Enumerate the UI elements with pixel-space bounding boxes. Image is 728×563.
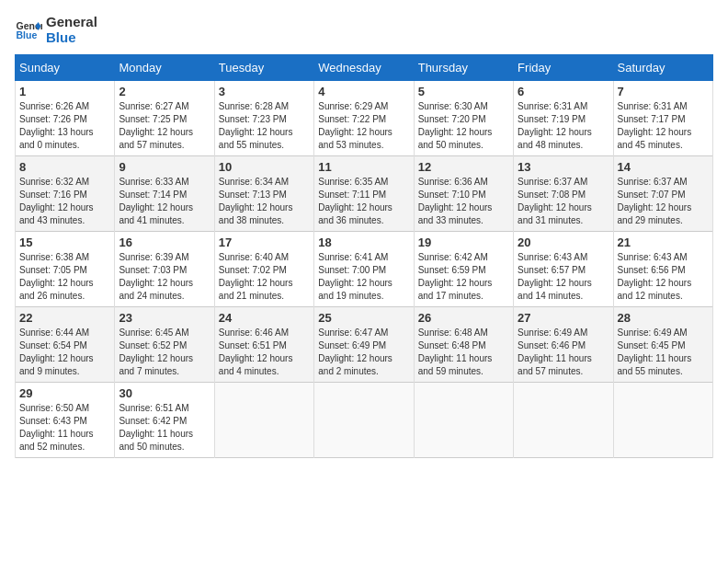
calendar-cell: 11Sunrise: 6:35 AMSunset: 7:11 PMDayligh… xyxy=(314,156,414,232)
day-detail: Sunrise: 6:30 AMSunset: 7:20 PMDaylight:… xyxy=(418,100,509,152)
calendar-cell: 4Sunrise: 6:29 AMSunset: 7:22 PMDaylight… xyxy=(314,81,414,156)
day-detail: Sunrise: 6:38 AMSunset: 7:05 PMDaylight:… xyxy=(19,251,110,303)
day-number: 23 xyxy=(119,311,210,325)
day-number: 12 xyxy=(418,160,509,174)
calendar-cell: 5Sunrise: 6:30 AMSunset: 7:20 PMDaylight… xyxy=(414,81,513,156)
col-header-wednesday: Wednesday xyxy=(314,55,414,81)
calendar-cell: 16Sunrise: 6:39 AMSunset: 7:03 PMDayligh… xyxy=(115,232,214,307)
calendar-cell: 1Sunrise: 6:26 AMSunset: 7:26 PMDaylight… xyxy=(16,81,115,156)
day-detail: Sunrise: 6:34 AMSunset: 7:13 PMDaylight:… xyxy=(219,176,310,227)
calendar-cell: 15Sunrise: 6:38 AMSunset: 7:05 PMDayligh… xyxy=(16,232,115,307)
day-number: 29 xyxy=(19,386,110,400)
day-number: 26 xyxy=(418,311,509,325)
calendar-cell: 25Sunrise: 6:47 AMSunset: 6:49 PMDayligh… xyxy=(314,307,414,383)
calendar-cell: 9Sunrise: 6:33 AMSunset: 7:14 PMDaylight… xyxy=(115,156,214,232)
day-number: 8 xyxy=(19,160,110,174)
calendar-cell: 27Sunrise: 6:49 AMSunset: 6:46 PMDayligh… xyxy=(514,307,613,383)
calendar-cell xyxy=(514,383,613,458)
day-detail: Sunrise: 6:31 AMSunset: 7:19 PMDaylight:… xyxy=(518,100,609,152)
day-number: 15 xyxy=(19,236,110,249)
col-header-sunday: Sunday xyxy=(16,55,115,81)
calendar-cell: 19Sunrise: 6:42 AMSunset: 6:59 PMDayligh… xyxy=(414,232,513,307)
calendar-cell: 30Sunrise: 6:51 AMSunset: 6:42 PMDayligh… xyxy=(115,383,214,458)
calendar-cell: 13Sunrise: 6:37 AMSunset: 7:08 PMDayligh… xyxy=(514,156,613,232)
calendar-cell: 28Sunrise: 6:49 AMSunset: 6:45 PMDayligh… xyxy=(613,307,712,383)
col-header-saturday: Saturday xyxy=(613,55,712,81)
day-number: 13 xyxy=(518,160,609,174)
svg-text:Blue: Blue xyxy=(17,29,38,40)
calendar-cell: 3Sunrise: 6:28 AMSunset: 7:23 PMDaylight… xyxy=(214,81,313,156)
day-detail: Sunrise: 6:27 AMSunset: 7:25 PMDaylight:… xyxy=(119,100,210,152)
calendar-cell xyxy=(613,383,712,458)
day-number: 20 xyxy=(518,236,609,249)
calendar-cell: 8Sunrise: 6:32 AMSunset: 7:16 PMDaylight… xyxy=(16,156,115,232)
day-detail: Sunrise: 6:41 AMSunset: 7:00 PMDaylight:… xyxy=(318,251,409,303)
col-header-tuesday: Tuesday xyxy=(214,55,313,81)
day-detail: Sunrise: 6:45 AMSunset: 6:52 PMDaylight:… xyxy=(119,327,210,378)
day-detail: Sunrise: 6:42 AMSunset: 6:59 PMDaylight:… xyxy=(418,251,509,303)
day-number: 14 xyxy=(618,160,709,174)
day-detail: Sunrise: 6:48 AMSunset: 6:48 PMDaylight:… xyxy=(418,327,509,378)
calendar-cell: 23Sunrise: 6:45 AMSunset: 6:52 PMDayligh… xyxy=(115,307,214,383)
day-detail: Sunrise: 6:47 AMSunset: 6:49 PMDaylight:… xyxy=(318,327,409,378)
calendar-cell: 10Sunrise: 6:34 AMSunset: 7:13 PMDayligh… xyxy=(214,156,313,232)
day-number: 10 xyxy=(219,160,310,174)
day-number: 18 xyxy=(318,236,409,249)
day-number: 3 xyxy=(219,85,310,98)
day-detail: Sunrise: 6:37 AMSunset: 7:08 PMDaylight:… xyxy=(518,176,609,227)
day-number: 7 xyxy=(618,85,709,98)
calendar-header-row: SundayMondayTuesdayWednesdayThursdayFrid… xyxy=(16,55,713,81)
day-detail: Sunrise: 6:51 AMSunset: 6:42 PMDaylight:… xyxy=(119,402,210,454)
day-number: 4 xyxy=(318,85,409,98)
day-detail: Sunrise: 6:50 AMSunset: 6:43 PMDaylight:… xyxy=(19,402,110,454)
day-detail: Sunrise: 6:32 AMSunset: 7:16 PMDaylight:… xyxy=(19,176,110,227)
calendar-cell: 7Sunrise: 6:31 AMSunset: 7:17 PMDaylight… xyxy=(613,81,712,156)
week-row-3: 15Sunrise: 6:38 AMSunset: 7:05 PMDayligh… xyxy=(16,232,713,307)
day-number: 27 xyxy=(518,311,609,325)
day-detail: Sunrise: 6:37 AMSunset: 7:07 PMDaylight:… xyxy=(618,176,709,227)
day-number: 30 xyxy=(119,386,210,400)
day-number: 1 xyxy=(19,85,110,98)
day-number: 9 xyxy=(119,160,210,174)
day-detail: Sunrise: 6:49 AMSunset: 6:46 PMDaylight:… xyxy=(518,327,609,378)
day-number: 28 xyxy=(618,311,709,325)
col-header-thursday: Thursday xyxy=(414,55,513,81)
day-detail: Sunrise: 6:28 AMSunset: 7:23 PMDaylight:… xyxy=(219,100,310,152)
day-number: 16 xyxy=(119,236,210,249)
calendar-cell: 20Sunrise: 6:43 AMSunset: 6:57 PMDayligh… xyxy=(514,232,613,307)
day-number: 11 xyxy=(318,160,409,174)
day-detail: Sunrise: 6:31 AMSunset: 7:17 PMDaylight:… xyxy=(618,100,709,152)
calendar-cell xyxy=(414,383,513,458)
calendar-cell: 24Sunrise: 6:46 AMSunset: 6:51 PMDayligh… xyxy=(214,307,313,383)
week-row-2: 8Sunrise: 6:32 AMSunset: 7:16 PMDaylight… xyxy=(16,156,713,232)
calendar-cell: 18Sunrise: 6:41 AMSunset: 7:00 PMDayligh… xyxy=(314,232,414,307)
day-detail: Sunrise: 6:26 AMSunset: 7:26 PMDaylight:… xyxy=(19,100,110,152)
day-detail: Sunrise: 6:39 AMSunset: 7:03 PMDaylight:… xyxy=(119,251,210,303)
calendar-cell xyxy=(214,383,313,458)
calendar-cell: 22Sunrise: 6:44 AMSunset: 6:54 PMDayligh… xyxy=(16,307,115,383)
day-detail: Sunrise: 6:36 AMSunset: 7:10 PMDaylight:… xyxy=(418,176,509,227)
col-header-friday: Friday xyxy=(514,55,613,81)
day-detail: Sunrise: 6:40 AMSunset: 7:02 PMDaylight:… xyxy=(219,251,310,303)
day-number: 17 xyxy=(219,236,310,249)
day-detail: Sunrise: 6:43 AMSunset: 6:57 PMDaylight:… xyxy=(518,251,609,303)
day-number: 19 xyxy=(418,236,509,249)
calendar-table: SundayMondayTuesdayWednesdayThursdayFrid… xyxy=(15,54,713,458)
calendar-cell: 2Sunrise: 6:27 AMSunset: 7:25 PMDaylight… xyxy=(115,81,214,156)
day-number: 2 xyxy=(119,85,210,98)
page-header: General Blue General Blue xyxy=(15,15,713,45)
day-number: 21 xyxy=(618,236,709,249)
calendar-cell: 21Sunrise: 6:43 AMSunset: 6:56 PMDayligh… xyxy=(613,232,712,307)
day-number: 22 xyxy=(19,311,110,325)
day-number: 25 xyxy=(318,311,409,325)
calendar-cell: 14Sunrise: 6:37 AMSunset: 7:07 PMDayligh… xyxy=(613,156,712,232)
logo-icon: General Blue xyxy=(15,17,42,44)
day-number: 24 xyxy=(219,311,310,325)
day-detail: Sunrise: 6:35 AMSunset: 7:11 PMDaylight:… xyxy=(318,176,409,227)
day-detail: Sunrise: 6:29 AMSunset: 7:22 PMDaylight:… xyxy=(318,100,409,152)
day-number: 5 xyxy=(418,85,509,98)
logo: General Blue General Blue xyxy=(15,15,97,45)
calendar-cell xyxy=(314,383,414,458)
calendar-cell: 29Sunrise: 6:50 AMSunset: 6:43 PMDayligh… xyxy=(16,383,115,458)
day-detail: Sunrise: 6:43 AMSunset: 6:56 PMDaylight:… xyxy=(618,251,709,303)
